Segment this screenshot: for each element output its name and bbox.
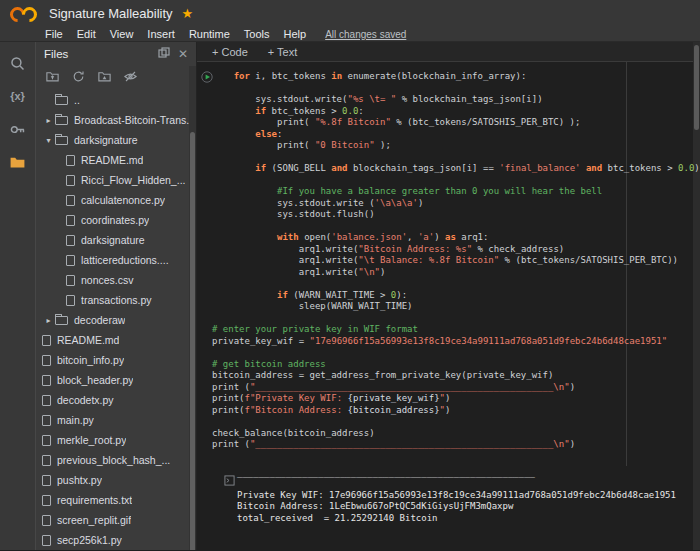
- tree-file-item[interactable]: nonces.csv: [36, 270, 196, 290]
- tree-item-label: screen_replit.gif: [57, 514, 131, 526]
- cell-output: ________________________________________…: [197, 468, 700, 524]
- tree-file-item[interactable]: bitcoin_info.py: [36, 350, 196, 370]
- tree-file-item[interactable]: requirements.txt: [36, 490, 196, 510]
- file-icon: [42, 535, 51, 546]
- tree-file-item[interactable]: coordinates.py: [36, 210, 196, 230]
- tree-file-item[interactable]: latticereductions....: [36, 250, 196, 270]
- add-text-button[interactable]: + Text: [259, 46, 306, 58]
- code-line: [212, 416, 700, 428]
- tree-file-item[interactable]: darksignature: [36, 230, 196, 250]
- open-files-in-tab-icon[interactable]: [158, 47, 170, 61]
- code-line: print ("________________________________…: [212, 382, 700, 394]
- menu-item-tools[interactable]: Tools: [237, 28, 277, 40]
- code-line: [212, 83, 700, 95]
- tree-file-item[interactable]: secp256k1.py: [36, 530, 196, 550]
- tree-file-item[interactable]: main.py: [36, 410, 196, 430]
- refresh-icon[interactable]: [71, 69, 86, 88]
- tree-item-label: pushtx.py: [57, 474, 102, 486]
- notebook-pane: + Code + Text for i, btc_tokens in enume…: [197, 42, 700, 550]
- secrets-key-icon[interactable]: [9, 120, 27, 138]
- chevron-down-icon[interactable]: ▾: [42, 136, 55, 145]
- chevron-right-icon[interactable]: ▸: [42, 116, 55, 125]
- tree-item-label: README.md: [81, 154, 143, 166]
- tree-item-label: merkle_root.py: [57, 434, 126, 446]
- add-code-button[interactable]: + Code: [203, 46, 257, 58]
- tree-item-label: Broadcast-Bitcoin-Trans...: [74, 114, 195, 126]
- file-icon: [66, 175, 75, 186]
- code-line: # enter your private key in WIF format: [212, 324, 700, 336]
- files-scrollbar: [189, 66, 196, 550]
- run-cell-button[interactable]: [201, 69, 213, 81]
- tree-file-item[interactable]: README.md: [36, 150, 196, 170]
- code-line: print( "%.8f Bitcoin" % (btc_tokens/SATO…: [212, 117, 700, 129]
- upload-icon[interactable]: [45, 69, 60, 88]
- colab-logo-icon[interactable]: [8, 6, 40, 22]
- tree-folder-item[interactable]: ▾darksignature: [36, 130, 196, 150]
- menu-item-runtime[interactable]: Runtime: [182, 28, 237, 40]
- folder-icon: [55, 316, 68, 325]
- app-header: Signature Malleability ★: [0, 0, 700, 27]
- menu-bar: FileEditViewInsertRuntimeToolsHelp All c…: [0, 27, 700, 42]
- tree-folder-item[interactable]: ..: [36, 90, 196, 110]
- code-line: print ("________________________________…: [212, 439, 700, 451]
- code-line: print( "0 Bitcoin" );: [212, 140, 700, 152]
- tree-file-item[interactable]: block_header.py: [36, 370, 196, 390]
- file-icon: [42, 455, 51, 466]
- menu-item-edit[interactable]: Edit: [70, 28, 103, 40]
- code-line: for i, btc_tokens in enumerate(blockchai…: [212, 71, 700, 83]
- code-line: arq1.write("\t Balance: %.8f Bitcoin" % …: [212, 255, 700, 267]
- tree-folder-item[interactable]: ▸decoderaw: [36, 310, 196, 330]
- file-icon: [66, 155, 75, 166]
- tree-file-item[interactable]: calculatenonce.py: [36, 190, 196, 210]
- tree-item-label: transactions.py: [81, 294, 152, 306]
- main-content: {x} Files ✕: [0, 42, 700, 550]
- output-stream-icon: [224, 472, 235, 490]
- folder-icon: [55, 116, 68, 125]
- star-icon[interactable]: ★: [182, 7, 194, 20]
- chevron-right-icon[interactable]: ▸: [42, 316, 55, 325]
- tree-file-item[interactable]: previous_block_hash_...: [36, 450, 196, 470]
- tree-file-item[interactable]: transactions.py: [36, 290, 196, 310]
- code-editor[interactable]: for i, btc_tokens in enumerate(blockchai…: [212, 62, 700, 451]
- file-icon: [42, 495, 51, 506]
- tree-item-label: decoderaw: [74, 314, 125, 326]
- code-cell: for i, btc_tokens in enumerate(blockchai…: [197, 62, 700, 451]
- tree-file-item[interactable]: README.md: [36, 330, 196, 350]
- code-line: sys.stdout.write ('\a\a\a'): [212, 198, 700, 210]
- files-scrollbar-thumb[interactable]: [190, 132, 195, 550]
- tree-item-label: previous_block_hash_...: [57, 454, 170, 466]
- file-icon: [42, 335, 51, 346]
- code-line: #If you have a balance greater than 0 yo…: [212, 186, 700, 198]
- save-status-link[interactable]: All changes saved: [325, 29, 406, 40]
- tree-file-item[interactable]: merkle_root.py: [36, 430, 196, 450]
- notebook-title[interactable]: Signature Malleability: [49, 6, 173, 21]
- menu-item-insert[interactable]: Insert: [140, 28, 182, 40]
- code-line: with open('balance.json', 'a') as arq1:: [212, 232, 700, 244]
- tree-file-item[interactable]: decodetx.py: [36, 390, 196, 410]
- code-line: check_balance(bitcoin_address): [212, 428, 700, 440]
- tree-file-item[interactable]: Ricci_Flow_Hidden_...: [36, 170, 196, 190]
- menu-item-file[interactable]: File: [38, 28, 70, 40]
- file-icon: [66, 255, 75, 266]
- menu-item-view[interactable]: View: [103, 28, 141, 40]
- tree-folder-item[interactable]: ▸Broadcast-Bitcoin-Trans...: [36, 110, 196, 130]
- files-panel-header: Files ✕: [36, 42, 196, 66]
- code-line: bitcoin_address = get_address_from_priva…: [212, 370, 700, 382]
- files-folder-icon[interactable]: [9, 153, 27, 171]
- menu-item-help[interactable]: Help: [277, 28, 314, 40]
- code-line: sleep(WARN_WAIT_TIME): [212, 301, 700, 313]
- tree-file-item[interactable]: screen_replit.gif: [36, 510, 196, 530]
- close-files-panel-icon[interactable]: ✕: [178, 48, 188, 60]
- search-icon[interactable]: [9, 54, 27, 72]
- tree-item-label: nonces.csv: [81, 274, 134, 286]
- file-icon: [42, 475, 51, 486]
- hide-hidden-files-icon[interactable]: [123, 69, 138, 88]
- folder-icon: [55, 96, 68, 105]
- variables-icon[interactable]: {x}: [9, 87, 27, 105]
- tree-item-label: requirements.txt: [57, 494, 132, 506]
- files-toolbar: [36, 66, 196, 90]
- tree-item-label: main.py: [57, 414, 94, 426]
- tree-item-label: Ricci_Flow_Hidden_...: [81, 174, 185, 186]
- tree-file-item[interactable]: pushtx.py: [36, 470, 196, 490]
- mount-drive-icon[interactable]: [97, 69, 112, 88]
